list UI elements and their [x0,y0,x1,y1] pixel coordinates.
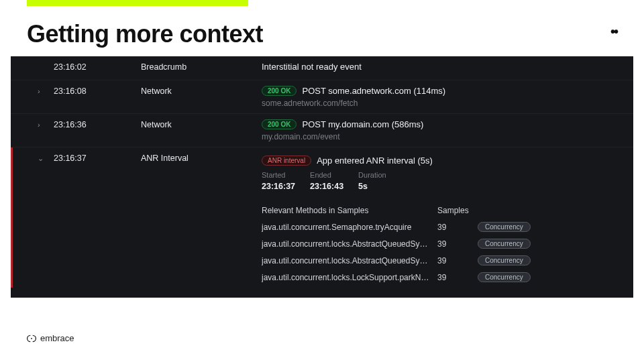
svg-point-0 [31,338,32,339]
timeline-row-expanded[interactable]: ⌄ 23:16:37 ANR Interval ANR interval App… [11,147,633,288]
anr-duration-value: 5s [358,182,386,191]
brand-footer: embrace [27,333,74,343]
tag-concurrency: Concurrency [478,222,531,232]
tag-concurrency: Concurrency [478,272,531,282]
chevron-down-icon[interactable]: ⌄ [38,153,54,163]
brand-text: embrace [40,333,74,343]
event-main: POST my.domain.com (586ms) [302,119,423,129]
timeline-row[interactable]: 23:16:02 Breadcrumb Interstitial not rea… [11,56,633,80]
ellipsis-icon[interactable]: •• [610,24,617,40]
status-pill-anr: ANR interval [262,156,311,166]
method-name: java.util.concurrent.locks.LockSupport.p… [262,273,437,282]
status-pill-ok: 200 OK [262,86,297,96]
tag-concurrency: Concurrency [478,255,531,265]
event-detail: Interstitial not ready event [262,62,633,74]
method-name: java.util.concurrent.locks.AbstractQueue… [262,256,437,265]
page-title: Getting more context [27,20,263,48]
event-detail: 200 OK POST some.adnetwork.com (114ms) s… [262,86,633,108]
method-row[interactable]: java.util.concurrent.locks.AbstractQueue… [262,255,621,265]
timestamp: 23:16:37 [54,153,141,163]
method-row[interactable]: java.util.concurrent.Semaphore.tryAcquir… [262,222,621,232]
accent-bar [27,0,248,6]
event-type: ANR Interval [141,153,262,163]
method-samples: 39 [437,256,478,265]
event-main: Interstitial not ready event [262,62,362,72]
methods-header-samples: Samples [437,206,478,215]
anr-duration-label: Duration [358,171,386,179]
method-name: java.util.concurrent.locks.AbstractQueue… [262,239,437,249]
event-main: POST some.adnetwork.com (114ms) [302,86,445,96]
status-pill-ok: 200 OK [262,119,297,129]
event-type: Breadcrumb [141,62,262,72]
timestamp: 23:16:36 [54,119,141,129]
method-samples: 39 [437,239,478,249]
methods-header-name: Relevant Methods in Samples [262,206,437,215]
chevron-right-icon[interactable]: › [38,86,54,95]
event-detail: 200 OK POST my.domain.com (586ms) my.dom… [262,119,633,141]
event-sub: some.adnetwork.com/fetch [262,99,621,108]
methods-header: Relevant Methods in Samples Samples [262,206,621,215]
anr-ended-value: 23:16:43 [310,182,343,191]
anr-started-label: Started [262,171,295,179]
anr-meta: Started 23:16:37 Ended 23:16:43 Duration… [262,171,621,191]
anr-detail: ANR interval App entered ANR interval (5… [262,153,633,282]
chevron-right-icon[interactable]: › [38,119,54,129]
event-type: Network [141,119,262,129]
anr-ended-label: Ended [310,171,343,179]
event-sub: my.domain.com/event [262,132,621,141]
brand-logo-icon [27,334,36,343]
method-name: java.util.concurrent.Semaphore.tryAcquir… [262,223,437,232]
event-type: Network [141,86,262,96]
chevron-icon [38,62,54,63]
timeline-panel: 23:16:02 Breadcrumb Interstitial not rea… [11,56,633,298]
timeline-row[interactable]: › 23:16:08 Network 200 OK POST some.adne… [11,80,633,114]
timestamp: 23:16:02 [54,62,141,72]
timestamp: 23:16:08 [54,86,141,96]
timeline-row[interactable]: › 23:16:36 Network 200 OK POST my.domain… [11,114,633,147]
event-main: App entered ANR interval (5s) [317,156,433,166]
method-row[interactable]: java.util.concurrent.locks.LockSupport.p… [262,272,621,282]
method-samples: 39 [437,223,478,232]
method-samples: 39 [437,273,478,282]
anr-started-value: 23:16:37 [262,182,295,191]
tag-concurrency: Concurrency [478,239,531,249]
method-row[interactable]: java.util.concurrent.locks.AbstractQueue… [262,239,621,249]
